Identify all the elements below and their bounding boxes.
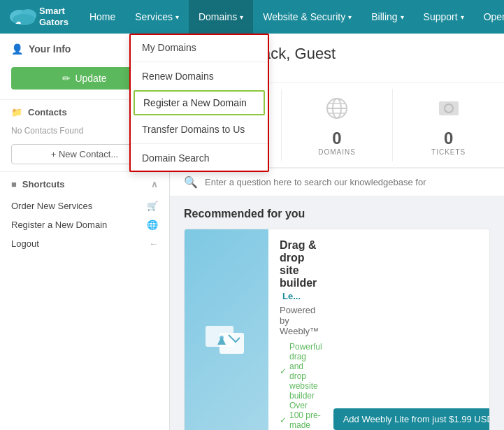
logo-icon: ☁ [8,4,39,29]
shortcut-order-new-services[interactable]: Order New Services 🛒 [11,196,158,215]
promo-subtitle: Powered by Weebly™ [280,305,322,336]
promo-info: Drag & drop site builder Le... Powered b… [268,229,333,430]
promo-feature-2: ✓ Over 100 pre-made themes [280,401,322,430]
recommended-section: Recommended for you Drag & drop site bui… [170,196,504,430]
top-navigation: ☁ SmartGators Home Services▾ Domains▾ We… [0,0,504,34]
tickets-stat-label: TICKETS [398,148,498,156]
shortcuts-section: ■ Shortcuts ∧ Order New Services 🛒 Regis… [0,171,169,260]
nav-open-ticket[interactable]: Open Ticket [474,0,504,34]
search-bar: 🔍 [170,169,504,196]
globe-icon: 🌐 [147,220,158,230]
nav-domains[interactable]: Domains▾ [189,0,253,34]
domains-dropdown-arrow: ▾ [240,13,243,21]
dropdown-divider-2 [131,143,268,144]
shortcut-register-new-domain[interactable]: Register a New Domain 🌐 [11,215,158,234]
nav-items: Home Services▾ Domains▾ Website & Securi… [80,0,504,34]
nav-website-security[interactable]: Website & Security▾ [253,0,361,34]
knowledge-search-input[interactable] [205,177,490,187]
dropdown-divider-1 [131,62,268,62]
promo-image [185,229,268,430]
shortcut-logout-label: Logout [11,238,39,249]
promo-cta-button[interactable]: Add Weebly Lite from just $1.99 USD/m... [333,408,490,430]
promo-feature-1: ✓ Powerful drag and drop website builder [280,342,322,401]
domains-stat-number: 0 [287,129,387,148]
logo[interactable]: ☁ SmartGators [8,4,69,29]
domains-dropdown: My Domains Renew Domains Register a New … [129,34,269,172]
nav-support[interactable]: Support▾ [414,0,474,34]
tickets-stat-icon [398,94,498,127]
shortcut-logout[interactable]: Logout ← [11,234,158,253]
domains-stat-label: DOMAINS [287,148,387,156]
support-dropdown-arrow: ▾ [461,13,464,21]
folder-icon: 📁 [11,107,22,117]
user-icon: 👤 [11,43,23,55]
website-security-dropdown-arrow: ▾ [348,13,352,21]
weebly-promo-image [202,315,251,364]
recommended-title: Recommended for you [184,208,490,220]
shortcut-order-label: Order New Services [11,201,92,211]
check-icon-1: ✓ [280,366,287,376]
stat-domains: 0 DOMAINS [282,89,394,162]
nav-home[interactable]: Home [80,0,125,34]
cart-icon: 🛒 [147,201,158,211]
stat-tickets: 0 TICKETS [393,89,504,162]
tickets-stat-number: 0 [398,129,498,148]
promo-learn-more[interactable]: Le... [282,291,301,301]
dropdown-transfer-domains[interactable]: Transfer Domains to Us [131,117,268,142]
services-dropdown-arrow: ▾ [175,13,179,21]
shortcuts-collapse-icon[interactable]: ∧ [151,179,158,189]
logout-icon: ← [149,238,158,249]
domains-dropdown-menu: My Domains Renew Domains Register a New … [129,34,269,172]
dropdown-renew-domains[interactable]: Renew Domains [131,64,268,89]
billing-dropdown-arrow: ▾ [401,13,404,21]
nav-billing[interactable]: Billing▾ [361,0,413,34]
svg-text:☁: ☁ [15,19,21,25]
pencil-icon: ✏ [62,73,71,84]
promo-card: Drag & drop site builder Le... Powered b… [184,229,490,430]
logo-text: SmartGators [39,6,69,27]
search-icon: 🔍 [184,175,198,189]
shortcuts-icon: ■ [11,179,17,189]
shortcuts-label: Shortcuts [22,179,65,189]
nav-services[interactable]: Services▾ [125,0,189,34]
dropdown-domain-search[interactable]: Domain Search [131,145,268,171]
domains-stat-icon [287,94,387,127]
contacts-label: Contacts [28,107,67,117]
your-info-label: Your Info [29,43,71,55]
shortcuts-header: ■ Shortcuts ∧ [11,179,158,196]
dropdown-register-new-domain[interactable]: Register a New Domain [134,90,265,115]
dropdown-my-domains[interactable]: My Domains [131,35,268,60]
check-icon-2: ✓ [280,415,287,425]
promo-title: Drag & drop site builder Le... [280,239,322,302]
shortcut-register-label: Register a New Domain [11,220,107,230]
